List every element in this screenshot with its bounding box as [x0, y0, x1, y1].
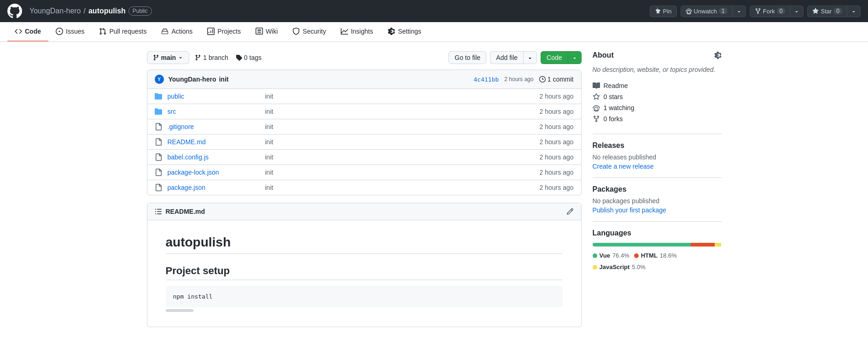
wiki-icon	[256, 28, 263, 35]
repo-owner-link[interactable]: YoungDan-hero	[29, 7, 81, 15]
unwatch-count: 1	[719, 8, 728, 14]
tab-code[interactable]: Code	[7, 22, 48, 41]
add-file-button[interactable]: Add file	[490, 51, 523, 64]
language-list: Vue 76.4% HTML 18.6% JavaScript 5.0%	[593, 252, 722, 270]
file-commit-msg: init	[265, 138, 534, 146]
language-bar	[593, 243, 722, 247]
tab-projects-label: Projects	[217, 28, 241, 35]
unwatch-button[interactable]: Unwatch 1	[681, 6, 732, 17]
file-name[interactable]: public	[168, 93, 260, 100]
breadcrumb-separator: /	[84, 7, 86, 15]
lang-name-vue: Vue	[600, 252, 610, 259]
lang-bar-js	[715, 243, 721, 247]
tab-settings-label: Settings	[398, 28, 421, 35]
chevron-down-icon	[527, 55, 533, 61]
github-logo-icon[interactable]	[7, 4, 22, 18]
file-icon	[155, 169, 162, 176]
fork-button[interactable]: Fork 0	[750, 6, 790, 17]
file-icon	[155, 153, 162, 161]
pin-label: Pin	[663, 8, 672, 15]
watching-link[interactable]: 1 watching	[604, 104, 635, 112]
file-time: 2 hours ago	[540, 123, 574, 130]
file-row: public init 2 hours ago	[147, 89, 581, 104]
tab-projects[interactable]: Projects	[200, 22, 248, 41]
fork-label: Fork	[763, 8, 775, 15]
branch-count: 1	[203, 54, 207, 61]
publish-package-link[interactable]: Publish your first package	[593, 206, 666, 214]
unwatch-label: Unwatch	[694, 8, 717, 15]
tag-count-link[interactable]: 0 tags	[234, 52, 263, 64]
readme-section: README.md autopulish Project setup npm i…	[147, 203, 582, 327]
tab-wiki[interactable]: Wiki	[248, 22, 285, 41]
tab-security[interactable]: Security	[285, 22, 333, 41]
edit-readme-button[interactable]	[566, 208, 574, 215]
eye-icon	[686, 8, 692, 14]
tab-pr-label: Pull requests	[109, 28, 146, 35]
code-caret[interactable]	[568, 51, 582, 64]
readme-h2: Project setup	[166, 265, 563, 280]
stars-link[interactable]: 0 stars	[604, 93, 623, 100]
branch-selector[interactable]: main	[147, 51, 190, 64]
lang-dot-vue	[593, 253, 597, 258]
code-button-group: Code	[541, 51, 581, 64]
repo-name-link[interactable]: autopulish	[88, 7, 126, 15]
fork-caret-button[interactable]	[790, 6, 804, 17]
code-icon	[15, 28, 22, 35]
readme-h1: autopulish	[166, 235, 563, 254]
readme-title: README.md	[155, 208, 205, 215]
file-name[interactable]: README.md	[168, 138, 260, 146]
stat-forks: 0 forks	[593, 115, 722, 123]
file-name[interactable]: .gitignore	[168, 123, 260, 130]
file-icon	[155, 184, 162, 191]
tab-settings[interactable]: Settings	[380, 22, 429, 41]
tab-pull-requests[interactable]: Pull requests	[92, 22, 154, 41]
packages-title: Packages	[593, 185, 722, 194]
branch-label: branch	[209, 54, 228, 61]
star-caret-button[interactable]	[847, 6, 861, 17]
add-file-caret[interactable]	[523, 51, 537, 64]
forks-link[interactable]: 0 forks	[604, 115, 623, 123]
file-icon	[155, 123, 162, 130]
about-settings-button[interactable]	[714, 52, 722, 59]
no-packages-text: No packages published	[593, 197, 722, 205]
file-row: .gitignore init 2 hours ago	[147, 119, 581, 135]
readme-code: npm install	[166, 286, 563, 307]
branch-icon	[153, 54, 159, 61]
file-commit-msg: init	[265, 169, 534, 176]
pin-icon	[655, 8, 661, 14]
readme-link[interactable]: Readme	[604, 82, 628, 89]
file-time: 2 hours ago	[540, 138, 574, 146]
tab-insights[interactable]: Insights	[333, 22, 380, 41]
about-description: No description, website, or topics provi…	[593, 65, 722, 75]
file-name[interactable]: babel.config.js	[168, 153, 260, 161]
file-name[interactable]: package.json	[168, 184, 260, 191]
file-time: 2 hours ago	[540, 93, 574, 100]
content-right: About No description, website, or topics…	[593, 51, 722, 327]
code-button[interactable]: Code	[541, 51, 567, 64]
pin-button[interactable]: Pin	[650, 6, 677, 17]
no-releases-text: No releases published	[593, 153, 722, 161]
file-name[interactable]: package-lock.json	[168, 169, 260, 176]
branch-count-link[interactable]: 1 branch	[193, 52, 230, 64]
commit-message[interactable]: init	[219, 76, 228, 83]
tab-issues[interactable]: Issues	[48, 22, 92, 41]
commit-hash[interactable]: 4c411bb	[474, 76, 499, 83]
tab-security-label: Security	[303, 28, 326, 35]
lang-pct-vue: 76.4%	[612, 252, 629, 259]
file-icon	[155, 138, 162, 146]
file-name[interactable]: src	[168, 108, 260, 115]
create-release-link[interactable]: Create a new release	[593, 163, 654, 170]
readme-header: README.md	[147, 203, 581, 220]
file-time: 2 hours ago	[540, 108, 574, 115]
commit-count-link[interactable]: 1 commit	[539, 76, 574, 83]
unwatch-caret-button[interactable]	[732, 6, 746, 17]
goto-file-button[interactable]: Go to file	[449, 51, 486, 64]
languages-section: Languages Vue 76.4% HTML 18.6%	[593, 221, 722, 270]
tab-actions[interactable]: Actions	[154, 22, 200, 41]
file-row: package.json init 2 hours ago	[147, 180, 581, 195]
folder-icon	[155, 108, 162, 115]
star-label: Star	[821, 8, 832, 15]
star-button[interactable]: Star 0	[807, 6, 847, 17]
commit-author[interactable]: YoungDan-hero	[169, 76, 216, 83]
fork-icon	[755, 8, 761, 14]
